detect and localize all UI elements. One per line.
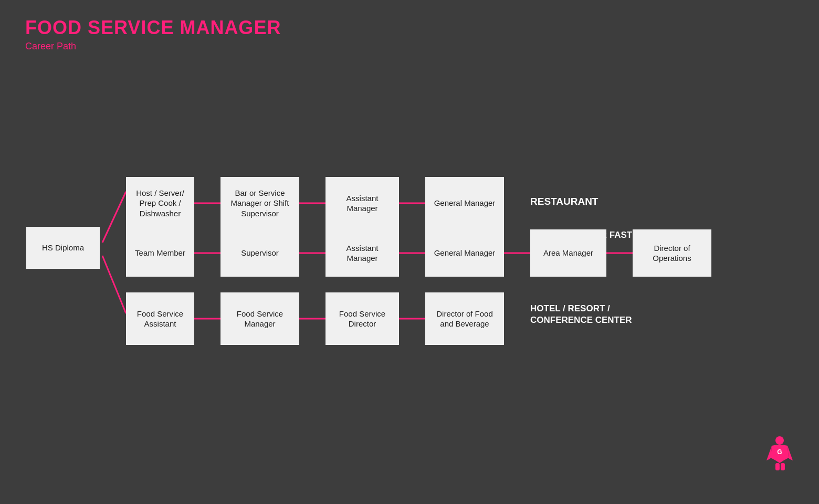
box-general-manager-top: General Manager [425,177,504,229]
page-title: Food Service Manager [25,17,794,39]
header: Food Service Manager Career Path [0,0,819,56]
box-team-member: Team Member [126,229,194,277]
svg-point-13 [775,436,784,445]
label-hotel: HOTEL / RESORT / CONFERENCE CENTER [530,303,646,326]
box-area-manager: Area Manager [530,229,606,277]
box-food-service-director: Food Service Director [326,292,399,345]
box-food-service-manager: Food Service Manager [220,292,299,345]
box-host-server: Host / Server/ Prep Cook / Dishwasher [126,177,194,229]
logo: G [761,434,798,471]
box-assistant-manager-top: Assistant Manager [326,177,399,229]
box-assistant-manager-mid: Assistant Manager [326,229,399,277]
box-hs-diploma: HS Diploma [26,227,100,269]
page-subtitle: Career Path [25,41,794,52]
box-food-service-assistant: Food Service Assistant [126,292,194,345]
diagram-area: HS Diploma Host / Server/ Prep Cook / Di… [0,67,819,476]
svg-rect-15 [781,463,785,470]
box-director-food-beverage: Director of Food and Beverage [425,292,504,345]
svg-line-1 [102,256,126,313]
box-bar-service: Bar or Service Manager or Shift Supervis… [220,177,299,229]
box-general-manager-mid: General Manager [425,229,504,277]
svg-rect-14 [775,463,780,470]
box-supervisor: Supervisor [220,229,299,277]
box-director-operations: Director of Operations [633,229,711,277]
logo-svg: G [761,434,798,471]
svg-text:G: G [777,448,782,456]
svg-line-0 [102,192,126,243]
label-restaurant: RESTAURANT [530,195,598,208]
